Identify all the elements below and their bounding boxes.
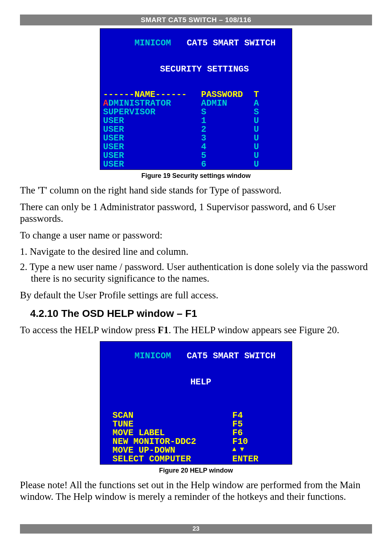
osd-title-2: SECURITY SETTINGS (160, 64, 249, 74)
osd-brand: MINICOM (134, 351, 171, 361)
paragraph: To change a user name or password: (20, 230, 372, 241)
help-row: MOVE UP-DOWN▲ ▼ (113, 446, 289, 455)
list-item-2: 2. Type a new user name / password. User… (20, 261, 372, 285)
figure-19-caption: Figure 19 Security settings window (20, 172, 372, 180)
paragraph: Please note! All the functions set out i… (20, 479, 372, 503)
security-row[interactable]: USER6U (103, 160, 289, 169)
section-heading: 4.2.10 The OSD HELP window – F1 (30, 308, 372, 319)
page-footer-bar: 23 (20, 524, 372, 534)
help-window: MINICOM CAT5 SMART SWITCH HELP SCANF4TUN… (100, 341, 292, 465)
hotkey-f1: F1 (158, 325, 169, 335)
paragraph: The 'T' column on the right hand side st… (20, 185, 372, 196)
osd-brand: MINICOM (134, 38, 171, 48)
paragraph: There can only be 1 Administrator passwo… (20, 201, 372, 225)
paragraph: By default the User Profile settings are… (20, 290, 372, 301)
security-row[interactable]: USER2U (103, 125, 289, 134)
help-row: NEW MONITOR-DDC2F10 (113, 437, 289, 446)
col-header-t: T (254, 90, 289, 99)
security-row[interactable]: USER4U (103, 143, 289, 151)
security-settings-window: MINICOM CAT5 SMART SWITCH SECURITY SETTI… (100, 28, 292, 170)
help-row: MOVE LABELF6 (113, 429, 289, 437)
col-header-name: ------NAME------ (103, 90, 201, 99)
text: To access the HELP window press (20, 325, 158, 335)
osd-title-2: HELP (190, 377, 211, 387)
security-row[interactable]: USER5U (103, 151, 289, 160)
page-header-bar: SMART CAT5 SWITCH – 108/116 (20, 15, 372, 25)
security-row[interactable]: ADMINISTRATORADMINA (103, 99, 289, 108)
list-item-1: 1. Navigate to the desired line and colu… (20, 246, 372, 258)
help-row: CHOOSE OPTIONSPACE (113, 464, 289, 465)
help-row: TUNEF5 (113, 420, 289, 429)
figure-20-caption: Figure 20 HELP window (20, 467, 372, 474)
text: . The HELP window appears see Figure 20. (169, 325, 339, 335)
col-header-password: PASSWORD (201, 90, 254, 99)
security-row[interactable]: USER1U (103, 117, 289, 125)
help-row: SELECT COMPUTERENTER (113, 455, 289, 464)
security-row[interactable]: USER3U (103, 134, 289, 143)
osd-title-1: CAT5 SMART SWITCH (187, 351, 275, 361)
help-row: SCANF4 (113, 411, 289, 420)
paragraph: To access the HELP window press F1. The … (20, 325, 372, 336)
osd-title-1: CAT5 SMART SWITCH (187, 38, 275, 48)
security-row[interactable]: SUPERVISORSS (103, 108, 289, 117)
